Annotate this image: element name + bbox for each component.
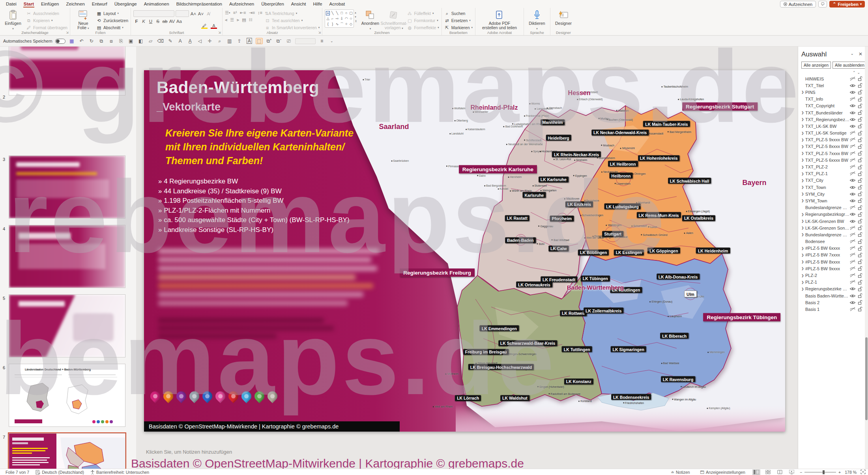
unlock-icon[interactable] — [857, 171, 862, 176]
arrange-button[interactable]: Anordnen▾ — [359, 9, 381, 31]
expand-icon[interactable]: ❯ — [801, 185, 805, 189]
hidden-eye-icon[interactable] — [849, 239, 856, 244]
layer-row[interactable]: ❯ Regierungsbezirke BW — [801, 286, 862, 292]
zoom-knob[interactable] — [823, 470, 825, 474]
duplicate-icon[interactable]: ⎘ — [118, 38, 125, 44]
unlock-icon[interactable] — [857, 131, 862, 136]
slide-thumbnail-7-selected[interactable] — [9, 433, 125, 469]
dictate-button[interactable]: Diktieren▾ — [526, 9, 548, 31]
hide-all-button[interactable]: Alle ausblenden — [832, 62, 867, 69]
layer-row[interactable]: TXT_Info — [801, 96, 862, 103]
hidden-eye-icon[interactable] — [849, 246, 856, 251]
layer-row[interactable]: ❯ SYM_City — [801, 191, 862, 197]
reading-view-button[interactable] — [776, 469, 784, 475]
layer-row[interactable]: ❯ PLZ-2 — [801, 272, 862, 279]
redo-icon[interactable]: ↻ — [88, 38, 95, 44]
unlock-icon[interactable] — [857, 151, 862, 156]
zoom-in-icon[interactable]: + — [838, 470, 841, 475]
expand-icon[interactable]: ❯ — [801, 287, 805, 291]
layer-row[interactable]: Bundeslandgrenze BW — [801, 204, 862, 211]
ungroup-icon[interactable]: ⧉⁻ — [275, 38, 282, 44]
slideshow-icon[interactable]: ⎚ — [285, 38, 292, 44]
shape-outline-icon[interactable]: ▱ — [147, 38, 154, 44]
map-label[interactable]: Hessen — [568, 90, 591, 97]
expand-icon[interactable]: ❯ — [801, 213, 805, 216]
save-icon[interactable]: ▦ — [68, 38, 75, 44]
map-label[interactable]: Regierungsbezirk Freiburg — [400, 268, 475, 277]
export-icon[interactable]: ⇪ — [236, 38, 243, 44]
layer-row[interactable]: TXT_Copyright — [801, 103, 862, 109]
gallery-down-icon[interactable]: ▾ — [355, 15, 357, 19]
columns-icon[interactable]: ▥ — [226, 38, 233, 44]
expand-icon[interactable]: ❯ — [801, 124, 805, 128]
align-center-icon[interactable]: ☰ — [230, 17, 234, 22]
picture-icon[interactable]: ▣ — [127, 38, 135, 44]
expand-icon[interactable]: ❯ — [801, 118, 805, 121]
slide-thumbnail-2[interactable] — [9, 47, 125, 95]
layer-row[interactable]: ❯ TXT_PLZ-5 7xxxx BW — [801, 150, 862, 157]
layer-row[interactable]: ❯ TXT_Regierungsbezirke — [801, 116, 862, 123]
numbering-icon[interactable]: ≡¹ — [233, 10, 237, 15]
menu-tab[interactable]: Einfügen — [37, 1, 62, 7]
record-button[interactable]: Aufzeichnen — [780, 1, 816, 7]
shape-icon[interactable]: ☆ — [349, 17, 352, 21]
paste-button[interactable]: Einfügen▾ — [2, 9, 24, 31]
unlock-icon[interactable] — [857, 90, 862, 95]
unlock-icon[interactable] — [857, 157, 862, 163]
unlock-icon[interactable] — [857, 123, 862, 129]
dialog-launcher-icon[interactable]: ⇲ — [66, 31, 69, 34]
align-text-button[interactable]: ⊡Text ausrichten▾ — [265, 17, 320, 24]
expand-icon[interactable]: ❯ — [801, 267, 805, 270]
align-right-icon[interactable]: ⫸ — [237, 17, 239, 22]
layout-button[interactable]: ▦Layout▾ — [96, 10, 128, 17]
unlock-icon[interactable] — [857, 232, 862, 237]
layer-row[interactable]: Basis 2 — [801, 299, 862, 306]
quick-styles-button[interactable]: Schnellformat-vorlagen ▾ — [383, 9, 404, 30]
feature-bullet-list[interactable]: » 4 Regierungsbezirke BW» 44 Landkreise … — [158, 177, 350, 235]
unlock-icon[interactable] — [857, 185, 862, 190]
close-icon[interactable]: ✕ — [859, 51, 862, 57]
layer-row[interactable]: ❯ TXT_Bundesländer — [801, 109, 862, 116]
hidden-eye-icon[interactable] — [849, 307, 856, 312]
shape-icon[interactable]: ○ — [345, 11, 347, 15]
visible-eye-icon[interactable] — [849, 286, 856, 291]
copy-icon[interactable]: ⧉ — [98, 38, 105, 44]
gallery-more-icon[interactable]: ⊼ — [355, 20, 357, 23]
visible-eye-icon[interactable] — [849, 117, 856, 122]
map-label[interactable]: Regierungsbezirk Karlsruhe — [459, 165, 537, 173]
display-settings-button[interactable]: 🗔Anzeigeeinstellungen — [697, 470, 748, 475]
hidden-eye-icon[interactable] — [849, 252, 856, 257]
shape-icon[interactable]: { — [327, 22, 329, 26]
layer-row[interactable]: TXT_Titel — [801, 82, 862, 89]
expand-icon[interactable]: ❯ — [801, 145, 805, 148]
layer-row[interactable]: ❯ TXT_PLZ-5 6xxxx BW — [801, 157, 862, 163]
slide-thumbnail-5[interactable] — [9, 294, 125, 357]
layer-row[interactable]: ❯ #PLZ-5 BW 7xxxx — [801, 252, 862, 258]
slide-title[interactable]: Baden-Württemberg — [157, 78, 319, 97]
highlight-color-button[interactable]: 🖉 — [201, 24, 208, 29]
hidden-eye-icon[interactable] — [849, 144, 856, 149]
shape-icon[interactable]: ⌒ — [340, 22, 344, 26]
layer-row[interactable]: ❯ TXT_PLZ-1 — [801, 170, 862, 177]
paste-icon[interactable]: ⧈ — [108, 38, 115, 44]
shape-icon[interactable]: ╲ — [331, 11, 333, 15]
slide-thumbnail-4[interactable] — [9, 225, 125, 288]
align-left-icon[interactable]: ⫷ — [225, 17, 227, 22]
textbox-icon[interactable]: 🄰 — [246, 38, 253, 44]
visible-eye-icon[interactable] — [849, 110, 856, 115]
visible-eye-icon[interactable] — [849, 219, 856, 224]
unlock-icon[interactable] — [857, 307, 862, 312]
unlock-icon[interactable] — [857, 293, 862, 298]
layer-row[interactable]: ❯ SYM_Town — [801, 197, 862, 204]
list-icon[interactable]: ≡ — [318, 38, 326, 44]
zoom-slider[interactable] — [804, 472, 836, 473]
shape-icon[interactable]: ∿ — [336, 22, 339, 26]
layer-row[interactable]: ❯ #PLZ-5 BW 9xxxx — [801, 265, 862, 272]
unlock-icon[interactable] — [857, 225, 862, 230]
justify-icon[interactable]: ▤ — [242, 17, 246, 22]
crosshair-icon[interactable]: ✛ — [206, 38, 213, 44]
unlock-icon[interactable] — [857, 97, 862, 102]
layer-row[interactable]: Basis Baden-Württemberg — [801, 292, 862, 299]
section-button[interactable]: ▤Abschnitt▾ — [96, 24, 128, 31]
expand-icon[interactable]: ❯ — [801, 274, 805, 277]
